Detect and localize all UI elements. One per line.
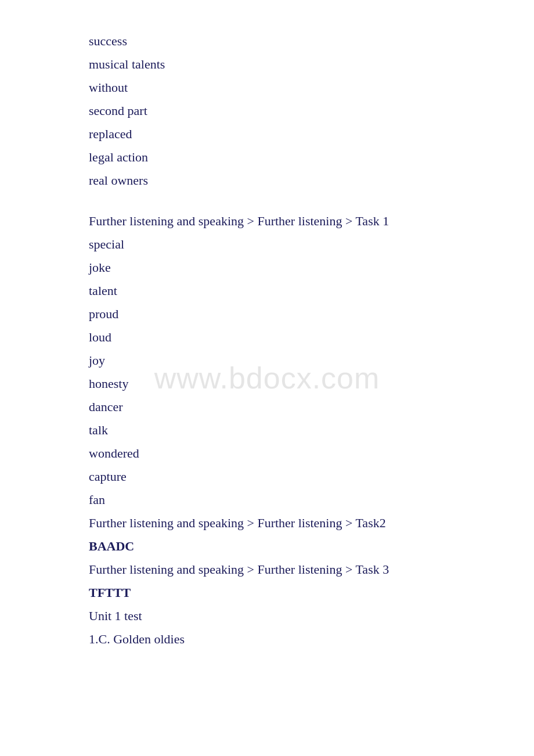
w-special: special <box>89 238 445 251</box>
item-legal-action: legal action <box>89 151 445 164</box>
w-dancer: dancer <box>89 401 445 413</box>
section4-header: Unit 1 test <box>89 610 445 622</box>
w-wondered: wondered <box>89 447 445 460</box>
item-second-part: second part <box>89 105 445 117</box>
w-fan: fan <box>89 494 445 506</box>
gap-1 <box>89 197 445 215</box>
w-capture: capture <box>89 470 445 483</box>
item-without: without <box>89 81 445 94</box>
w-joke: joke <box>89 261 445 274</box>
w-loud: loud <box>89 331 445 344</box>
section3-header: Further listening and speaking > Further… <box>89 563 445 576</box>
w-joy: joy <box>89 354 445 367</box>
w-talent: talent <box>89 285 445 297</box>
item-real-owners: real owners <box>89 174 445 187</box>
item-replaced: replaced <box>89 128 445 141</box>
section2-answer: BAADC <box>89 540 445 553</box>
w-talk: talk <box>89 424 445 437</box>
section2-header: Further listening and speaking > Further… <box>89 517 445 530</box>
w-proud: proud <box>89 308 445 321</box>
section1-header: Further listening and speaking > Further… <box>89 215 445 228</box>
w-honesty: honesty <box>89 377 445 390</box>
page-content: success musical talents without second p… <box>0 0 534 691</box>
section3-answer: TFTTT <box>89 586 445 599</box>
item-success: success <box>89 35 445 48</box>
section4-sub: 1.C. Golden oldies <box>89 633 445 646</box>
item-musical-talents: musical talents <box>89 58 445 71</box>
